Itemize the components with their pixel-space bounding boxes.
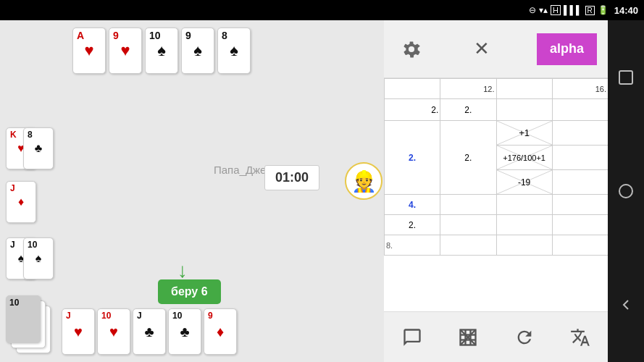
- r-icon: R: [585, 6, 595, 15]
- right-panel: ✕ alpha 12. 16. 2. 2.: [384, 20, 609, 362]
- chat-button[interactable]: [396, 321, 428, 353]
- score-area: 12. 16. 2. 2. 2. 2. +1: [384, 78, 609, 311]
- status-bar: ⊖ ▾▴ H ▌▌▌ R 🔋 14:40: [0, 0, 644, 20]
- card-9-diamonds[interactable]: 9 ♦: [204, 308, 237, 355]
- top-cards: A ♥ 9 ♥ 10 ♠ 9 ♠ 8 ♠: [72, 28, 251, 74]
- nav-buttons: [608, 20, 644, 362]
- bottom-cards: J ♥ 10 ♥ J ♣ 10 ♣ 9 ♦: [62, 308, 237, 355]
- signal-icon: ▌▌▌: [564, 5, 582, 15]
- wifi-icon: ▾▴: [539, 5, 548, 15]
- card-10-hearts[interactable]: 10 ♥: [97, 308, 130, 355]
- flag-button[interactable]: [564, 321, 596, 353]
- card-10-clubs[interactable]: 10 ♣: [168, 308, 201, 355]
- left-mid-card: J ♦: [6, 181, 36, 223]
- card-j-clubs[interactable]: J ♣: [133, 308, 166, 355]
- battery-icon: 🔋: [598, 5, 609, 15]
- panel-toolbar: ✕ alpha: [384, 20, 609, 78]
- square-nav-button[interactable]: [613, 64, 639, 90]
- card-8-clubs[interactable]: 8 ♣: [23, 127, 54, 169]
- card-9-hearts[interactable]: 9 ♥: [109, 28, 142, 74]
- game-area: A ♥ 9 ♥ 10 ♠ 9 ♠ 8 ♠ K ♥ 8 ♣: [0, 20, 384, 362]
- score-table: 12. 16. 2. 2. 2. 2. +1: [384, 78, 609, 311]
- card-9-spades[interactable]: 9 ♠: [181, 28, 214, 74]
- card-ace-hearts[interactable]: A ♥: [72, 28, 106, 74]
- score-row-2: 2. 2. +1: [385, 121, 609, 146]
- status-icons: ⊖ ▾▴ H ▌▌▌ R 🔋 14:40: [529, 5, 638, 16]
- card-10-spades-2[interactable]: 10 ♠: [23, 237, 54, 279]
- grid-button[interactable]: [452, 321, 484, 353]
- score-row-6: 2.: [385, 215, 609, 235]
- refresh-button[interactable]: [509, 321, 540, 353]
- score-row-5: 4.: [385, 195, 609, 215]
- alpha-button[interactable]: alpha: [537, 33, 597, 65]
- score-row-7: 8.: [385, 235, 609, 256]
- svg-rect-13: [619, 71, 632, 84]
- minus-icon: ⊖: [529, 5, 536, 15]
- panel-bottom: [384, 311, 609, 362]
- card-8-spades[interactable]: 8 ♠: [217, 28, 251, 74]
- back-nav-button[interactable]: [613, 292, 639, 318]
- player-avatar: 👷: [345, 162, 382, 200]
- card-10-spades[interactable]: 10 ♠: [145, 28, 178, 74]
- svg-point-14: [619, 185, 632, 198]
- score-row-1: 2. 2.: [385, 99, 609, 121]
- take-button[interactable]: беру 6: [158, 279, 221, 304]
- h-signal-icon: H: [551, 5, 561, 15]
- timer: 01:00: [264, 165, 319, 190]
- card-j-hearts[interactable]: J ♥: [62, 308, 95, 355]
- left-top-cards: K ♥ 8 ♣: [6, 127, 54, 169]
- settings-button[interactable]: [396, 33, 427, 65]
- left-bot-cards: J ♠ 10 ♠: [6, 237, 54, 279]
- card-j-diamonds[interactable]: J ♦: [6, 181, 36, 223]
- score-row-0: 12. 16.: [385, 79, 609, 99]
- circle-nav-button[interactable]: [613, 178, 639, 204]
- clock: 14:40: [614, 5, 638, 16]
- close-button[interactable]: ✕: [466, 33, 498, 65]
- stacked-cards: K 7 10: [6, 295, 58, 356]
